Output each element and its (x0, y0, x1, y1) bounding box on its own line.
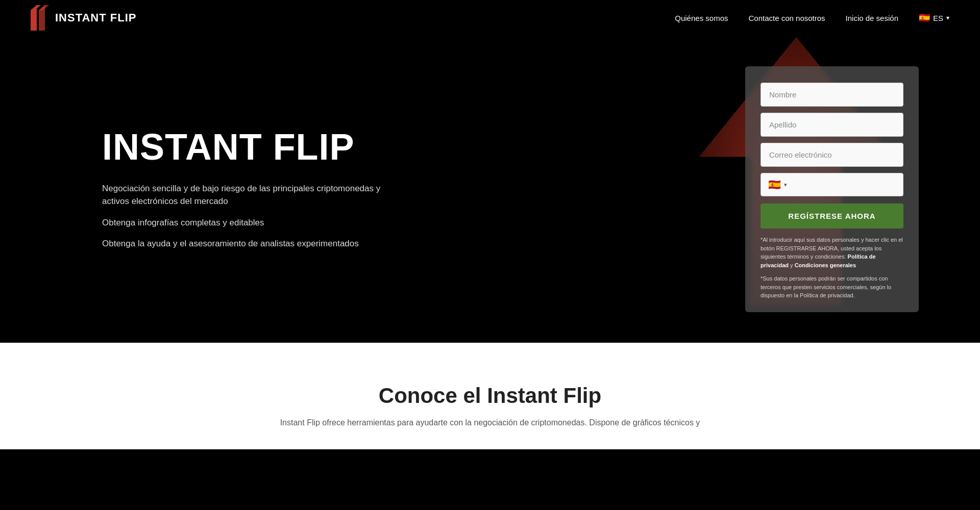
form-disclaimer-2: *Sus datos personales podrán ser compart… (761, 274, 903, 300)
register-button[interactable]: REGÍSTRESE AHORA (761, 203, 903, 228)
lang-code: ES (933, 14, 943, 22)
hero-bullets: Negociación sencilla y de bajo riesgo de… (102, 182, 408, 250)
chevron-down-icon: ▾ (946, 14, 949, 21)
lang-flag: 🇪🇸 (919, 12, 930, 23)
apellido-input[interactable] (761, 113, 903, 137)
registration-form: 🇪🇸 ▾ REGÍSTRESE AHORA *Al introducir aqu… (745, 66, 919, 312)
hero-section: INSTANT FLIP Negociación sencilla y de b… (0, 0, 980, 343)
correo-input[interactable] (761, 143, 903, 167)
nav-links: Quiénes somos Contacte con nosotros Inic… (675, 12, 949, 23)
hero-title: INSTANT FLIP (102, 128, 408, 167)
lang-selector[interactable]: 🇪🇸 ES ▾ (919, 12, 949, 23)
nav-logo[interactable]: INSTANT FLIP (31, 5, 136, 31)
logo-icon (31, 5, 49, 31)
form-disclaimer-1: *Al introducir aquí sus datos personales… (761, 236, 903, 269)
hero-bullet-2: Obtenga infografías completas y editable… (102, 216, 408, 230)
phone-chevron-icon: ▾ (784, 182, 787, 188)
bottom-subtitle: Instant Flip ofrece herramientas para ay… (260, 416, 720, 429)
hero-left: INSTANT FLIP Negociación sencilla y de b… (102, 128, 408, 250)
phone-flag: 🇪🇸 (768, 178, 781, 191)
phone-selector[interactable]: 🇪🇸 ▾ (761, 173, 903, 196)
nav-brand-text: INSTANT FLIP (55, 11, 136, 24)
bottom-title: Conoce el Instant Flip (102, 384, 878, 408)
hero-bullet-1: Negociación sencilla y de bajo riesgo de… (102, 182, 408, 208)
nav-inicio-sesion[interactable]: Inicio de sesión (846, 14, 898, 22)
svg-marker-1 (31, 5, 37, 31)
nav-contacte[interactable]: Contacte con nosotros (748, 14, 825, 22)
svg-marker-3 (39, 5, 45, 31)
nav-quienes[interactable]: Quiénes somos (675, 14, 728, 22)
nombre-input[interactable] (761, 83, 903, 107)
hero-content: INSTANT FLIP Negociación sencilla y de b… (0, 36, 980, 343)
bottom-section: Conoce el Instant Flip Instant Flip ofre… (0, 343, 980, 450)
navbar: INSTANT FLIP Quiénes somos Contacte con … (0, 0, 980, 36)
hero-bullet-3: Obtenga la ayuda y el asesoramiento de a… (102, 237, 408, 250)
